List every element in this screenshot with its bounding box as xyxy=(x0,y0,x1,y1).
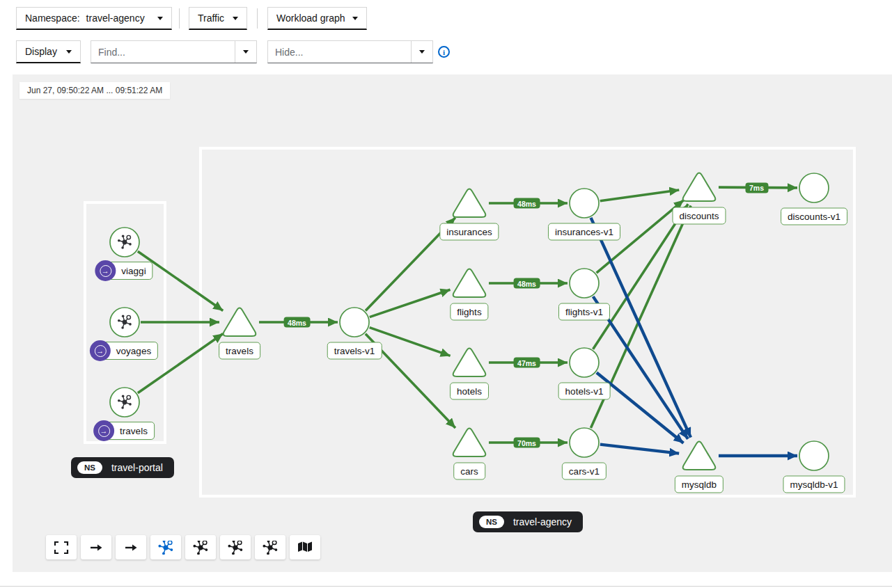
node-label-text: insurances-v1 xyxy=(555,227,613,237)
ns-pill: NS xyxy=(479,516,504,528)
display-label: Display xyxy=(25,46,57,57)
layout-network-4-button[interactable] xyxy=(255,535,285,559)
find-options-toggle[interactable] xyxy=(235,41,256,63)
network-icon xyxy=(228,541,243,555)
graph-footer-toolbar xyxy=(46,535,320,559)
node-label-voyages[interactable]: →voyages xyxy=(98,342,158,360)
kiali-graph-page: Namespace: travel-agency Traffic Workloa… xyxy=(0,0,892,588)
node-label-flights-v1[interactable]: flights-v1 xyxy=(558,303,610,321)
workload-node-insurances-v1[interactable] xyxy=(570,189,599,218)
edge-cars-v1-mysqldb-svc[interactable] xyxy=(600,445,679,454)
namespace-select[interactable]: Namespace: travel-agency xyxy=(16,7,172,30)
chevron-down-icon xyxy=(66,50,72,54)
node-label-text: flights-v1 xyxy=(565,307,603,317)
traffic-source-badge: → xyxy=(90,340,111,361)
node-label-hotels-svc[interactable]: hotels xyxy=(450,383,489,400)
node-label-text: insurances xyxy=(446,227,492,237)
expand-icon xyxy=(54,541,69,555)
arrow-right-icon xyxy=(88,541,104,555)
node-label-cars-svc[interactable]: cars xyxy=(453,463,485,480)
node-label-text: cars-v1 xyxy=(569,466,600,477)
workload-node-cars-v1[interactable] xyxy=(570,428,599,457)
node-label-text: hotels xyxy=(457,386,482,397)
workload-node-mysqldb-v1[interactable] xyxy=(799,441,829,470)
node-label-text: flights xyxy=(457,307,481,317)
node-label-travels-svc[interactable]: travels xyxy=(219,342,260,360)
service-node-mysqldb-svc[interactable] xyxy=(683,441,716,470)
workload-node-discounts-v1[interactable] xyxy=(799,173,829,202)
layout-network-2-button[interactable] xyxy=(185,535,216,559)
chevron-down-icon xyxy=(233,17,238,20)
namespace-name: travel-agency xyxy=(513,516,572,527)
service-node-cars-svc[interactable] xyxy=(453,428,486,456)
node-label-cars-v1[interactable]: cars-v1 xyxy=(562,463,607,480)
namespace-value: travel-agency xyxy=(86,13,145,24)
node-label-insurances-v1[interactable]: insurances-v1 xyxy=(548,223,620,241)
node-label-travels-wl[interactable]: →travels xyxy=(102,422,155,440)
chevron-down-icon xyxy=(419,50,425,54)
hide-options-toggle[interactable] xyxy=(411,41,432,63)
node-label-travels-v1[interactable]: travels-v1 xyxy=(327,342,382,360)
node-label-text: discounts-v1 xyxy=(788,212,840,222)
chevron-down-icon xyxy=(157,17,163,20)
edge-latency-label: 48ms xyxy=(283,317,311,328)
zoom-to-fit-button[interactable] xyxy=(46,535,77,559)
network-icon xyxy=(158,541,173,555)
traffic-label: Traffic xyxy=(198,13,224,24)
edge-insurances-v1-discounts-svc[interactable] xyxy=(600,190,679,201)
node-label-discounts-v1[interactable]: discounts-v1 xyxy=(781,208,847,225)
chevron-down-icon xyxy=(352,17,358,20)
find-box xyxy=(91,40,257,63)
node-label-text: travels xyxy=(120,426,148,436)
layout-dagre-2-button[interactable] xyxy=(116,535,146,559)
legend-button[interactable] xyxy=(290,535,320,559)
display-dropdown[interactable]: Display xyxy=(16,40,81,63)
find-input[interactable] xyxy=(91,41,235,63)
mesh-node-icon xyxy=(228,541,242,555)
ns-pill: NS xyxy=(77,461,102,474)
node-label-discounts-svc[interactable]: discounts xyxy=(672,207,726,225)
service-node-discounts-svc[interactable] xyxy=(683,173,716,201)
namespace-badge-travel-agency[interactable]: NStravel-agency xyxy=(473,511,583,532)
node-label-text: travels-v1 xyxy=(334,346,375,356)
graph-type-select[interactable]: Workload graph xyxy=(267,7,367,30)
layout-dagre-1-button[interactable] xyxy=(81,535,111,559)
toolbar-divider xyxy=(257,8,258,29)
node-label-text: cars xyxy=(460,466,478,477)
service-node-flights-svc[interactable] xyxy=(453,269,486,297)
map-icon xyxy=(297,541,313,555)
chevron-down-icon xyxy=(243,50,249,54)
node-label-hotels-v1[interactable]: hotels-v1 xyxy=(558,383,611,400)
service-node-travels-svc[interactable] xyxy=(224,308,256,336)
mesh-node-icon xyxy=(193,541,208,555)
service-node-insurances-svc[interactable] xyxy=(453,189,486,217)
namespace-badge-travel-portal[interactable]: NStravel-portal xyxy=(71,457,174,478)
time-range-label: Jun 27, 09:50:22 AM ... 09:51:22 AM xyxy=(19,82,170,99)
node-label-mysqldb-svc[interactable]: mysqldb xyxy=(675,476,723,493)
service-node-hotels-svc[interactable] xyxy=(453,348,486,376)
edge-viaggi-travels-svc[interactable] xyxy=(138,251,223,310)
hide-box xyxy=(267,40,433,63)
edge-latency-label: 47ms xyxy=(513,358,540,368)
node-label-mysqldb-v1[interactable]: mysqldb-v1 xyxy=(783,476,845,493)
arrow-right-circle-icon: → xyxy=(94,345,106,357)
node-label-flights-svc[interactable]: flights xyxy=(450,303,488,321)
layout-network-1-button[interactable] xyxy=(150,535,181,559)
hide-input[interactable] xyxy=(268,41,411,63)
workload-node-flights-v1[interactable] xyxy=(570,269,599,298)
network-icon xyxy=(193,541,208,555)
layout-network-3-button[interactable] xyxy=(220,535,251,559)
info-circle-icon[interactable]: i xyxy=(438,46,450,58)
edge-latency-label: 70ms xyxy=(513,438,540,448)
node-label-text: mysqldb xyxy=(682,479,717,490)
edge-latency-label: 48ms xyxy=(513,198,540,209)
node-label-text: discounts xyxy=(679,211,719,221)
arrow-right-circle-icon: → xyxy=(98,425,110,437)
node-label-insurances-svc[interactable]: insurances xyxy=(439,223,499,241)
arrow-right-circle-icon: → xyxy=(100,265,111,277)
network-icon xyxy=(263,541,278,555)
traffic-select[interactable]: Traffic xyxy=(189,7,247,30)
workload-node-travels-v1[interactable] xyxy=(340,308,369,337)
workload-node-hotels-v1[interactable] xyxy=(570,348,599,377)
node-label-viaggi[interactable]: →viaggi xyxy=(103,262,152,280)
